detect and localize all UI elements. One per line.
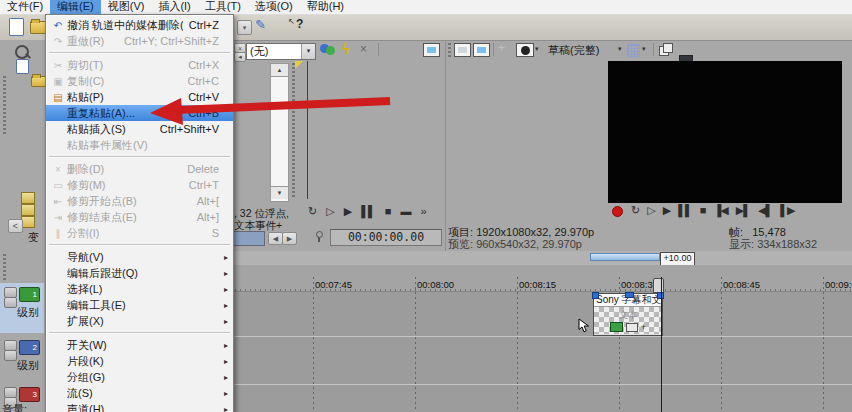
menu-item[interactable]: 粘贴插入(S) Ctrl+Shift+V [46,121,233,137]
fx-timecode-display[interactable]: 00:00:00.00 [330,229,442,246]
menu-item[interactable]: × 删除(D) Delete [46,161,233,177]
event-fx-icon[interactable] [626,323,638,332]
scroll-up-icon[interactable]: ▲ [271,64,288,77]
menu-item[interactable]: 粘贴事件属性(V) [46,137,233,153]
playhead-line[interactable] [661,277,662,412]
track-header-3[interactable]: 3 音量: [0,384,44,412]
toolbar-overflow-icon[interactable]: ▾ [237,20,252,35]
menu-item[interactable]: ⇥ 修剪结束点(E) Alt+] [46,209,233,225]
video-preview-icon[interactable] [454,43,471,57]
loop-playback-button[interactable]: ↻ [631,204,639,217]
remove-plugin-icon[interactable]: × [360,42,367,56]
menu-item[interactable]: 声道(H) ▸ [46,401,233,412]
menu-item[interactable]: ▭ 修剪(M) Ctrl+T [46,177,233,193]
menu-item[interactable]: 分组(G) ▸ [46,369,233,385]
track-header-2[interactable]: 2 级别 [0,336,44,383]
track-level-label[interactable]: 级别 [17,305,39,320]
chevron-down-icon[interactable]: ▾ [618,45,622,53]
scroll-right-icon[interactable]: ▶ [282,232,297,245]
tree-file-icon[interactable] [16,59,29,74]
overlays-icon[interactable] [627,44,640,57]
copy-snapshot-icon[interactable] [659,43,672,55]
keyframe-strip-handle[interactable] [292,63,295,198]
menu-file[interactable]: 文件(F) [0,0,50,14]
panel-pin-icon[interactable]: ◂ [234,52,246,62]
scrollbar-track[interactable] [271,77,288,186]
track-volume-label[interactable]: 音量: [2,402,27,412]
track-solo-button[interactable] [4,297,17,308]
more-buttons[interactable]: » [420,205,425,218]
menu-item[interactable]: ↶ 撤消 轨道中的媒体删除(U) Ctrl+Z [46,17,233,33]
external-monitor-icon[interactable] [473,43,490,57]
menu-view[interactable]: 视图(V) [101,0,152,14]
animate-icon[interactable] [320,43,336,56]
menu-tools[interactable]: 工具(T) [198,0,248,14]
media-item-icon[interactable] [21,216,35,228]
timeline-event[interactable]: Sony 字幕和文 文本 + [593,293,663,336]
help-icon[interactable]: ? [296,17,303,31]
menu-item[interactable]: ↷ 重做(R) Ctrl+Y; Ctrl+Shift+Z [46,33,233,49]
menu-options[interactable]: 选项(O) [248,0,300,14]
play-button[interactable]: ▶ [663,204,670,217]
menu-item[interactable]: ✂ 剪切(T) Ctrl+X [46,57,233,73]
event-handle[interactable] [592,292,599,299]
menu-help[interactable]: 帮助(H) [300,0,351,14]
menu-item[interactable]: ▤ 粘贴(P) Ctrl+V [46,89,233,105]
menu-item[interactable]: 选择(L) ▸ [46,281,233,297]
stop-button[interactable]: ■ [700,204,706,217]
sync-cursor-icon[interactable]: ϟ [342,41,349,57]
media-item-icon[interactable] [21,204,35,216]
chevron-down-icon[interactable]: ▾ [535,45,539,53]
go-to-end-button[interactable]: ▶▌ [736,204,750,217]
record-button[interactable] [612,206,623,217]
media-item-icon[interactable] [21,192,35,204]
previous-frame-button[interactable]: ◀▌ [758,204,772,217]
menu-item[interactable]: 重复粘贴(A)... Ctrl+B [46,105,233,121]
chevron-down-icon[interactable]: ▾ [301,44,315,59]
track-level-label[interactable]: 级别 [17,358,39,373]
menu-item[interactable]: 编辑工具(E) ▸ [46,297,233,313]
pause-button[interactable]: ▌▌ [678,204,692,217]
preview-quality-icon[interactable] [516,43,534,57]
new-project-icon[interactable] [9,18,24,36]
paint-events-icon[interactable]: ✎ [255,17,266,32]
menu-item[interactable]: 编辑后跟进(Q) ▸ [46,265,233,281]
playhead-tab[interactable] [653,278,664,293]
menu-item[interactable]: 导航(V) ▸ [46,249,233,265]
track-solo-button[interactable] [4,350,17,361]
event-body[interactable]: 文本 + [594,307,662,334]
tree-folder-icon[interactable] [31,76,46,87]
pan-crop-icon[interactable]: + [641,323,646,331]
play-from-start-button[interactable]: ▷ [647,204,654,217]
time-selection-bar[interactable] [590,253,660,261]
properties-button[interactable]: ▬ [400,205,410,218]
go-to-start-button[interactable]: ▐◀ [713,204,727,217]
menu-item[interactable]: 片段(K) ▸ [46,353,233,369]
menu-edit[interactable]: 编辑(E) [50,0,101,14]
generated-media-icon[interactable] [610,322,623,332]
menu-insert[interactable]: 插入(I) [151,0,197,14]
track-header-1[interactable]: 1 级别 [0,283,44,333]
plugin-preset-select[interactable]: (无) ▾ [246,43,316,60]
scroll-left-button[interactable]: < [8,219,23,233]
scroll-left-icon[interactable]: ◀ [268,232,283,245]
menu-item[interactable]: ∥ 分割(I) S [46,225,233,241]
play-from-start-button[interactable]: ▷ [326,205,333,218]
external-monitor-icon[interactable] [423,43,440,57]
loop-button[interactable]: ↻ [308,205,316,218]
panel-drag-handle[interactable] [3,254,6,280]
preset-scrollbar[interactable]: ▲ ▼ [270,63,289,202]
next-frame-button[interactable]: ▌▶ [780,204,794,217]
keyframe-marker-icon[interactable] [295,61,303,69]
zoom-tool-icon[interactable] [15,45,29,59]
panel-drag-handle[interactable] [448,43,451,57]
stop-button[interactable]: ■ [385,205,391,218]
menu-item[interactable]: ⇤ 修剪开始点(B) Alt+[ [46,193,233,209]
chevron-down-icon[interactable]: ▾ [642,45,646,53]
menu-item[interactable]: ▣ 复制(C) Ctrl+C [46,73,233,89]
event-handle[interactable] [625,292,634,298]
preview-quality-select[interactable]: 草稿(完整) [548,43,599,58]
play-button[interactable]: ▶ [344,205,351,218]
menu-item[interactable]: 开关(W) ▸ [46,337,233,353]
scroll-down-icon[interactable]: ▼ [271,186,288,199]
